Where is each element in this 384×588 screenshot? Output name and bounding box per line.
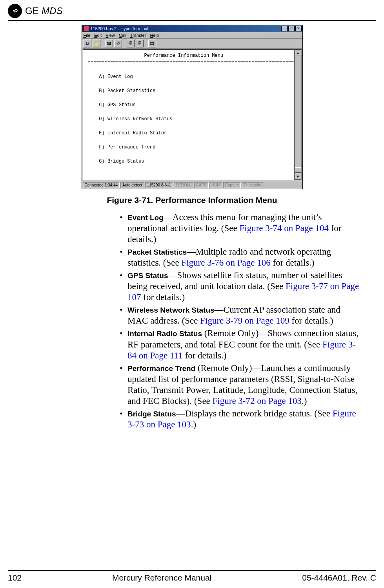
tb-open-icon[interactable]: 📂 [93,40,100,47]
menu-view[interactable]: View [106,33,115,38]
terminal-output: Performance Information Menu ===========… [83,49,295,180]
status-capture: Capture [223,182,241,188]
bullet-label: Performance Trend [127,364,195,373]
brand-mds: MDS [42,5,63,16]
brand-ge: GE [25,5,39,16]
menu-edit[interactable]: Edit [94,33,102,38]
term-title-line: Performance Information Menu [88,53,224,58]
maximize-button[interactable]: □ [288,26,295,31]
status-scroll: SCROLL [174,182,193,188]
list-item: Event Log—Access this menu for managing … [120,212,360,245]
bullet-pre: —Displays the network bridge status. (Se… [176,409,333,418]
bullet-label: Packet Statistics [127,248,187,256]
doc-title: Mercury Reference Manual [112,573,211,583]
status-connected: Connected 1:34:44 [83,182,120,188]
bullet-label: GPS Status [127,271,168,280]
bullet-label: Wireless Network Status [127,306,215,314]
figure-caption: Figure 3-71. Performance Information Men… [0,195,384,205]
status-printecho: Print echo [242,182,263,188]
status-num: NUM [209,182,222,188]
bullet-label: Internal Radio Status [127,329,202,338]
term-item-e: E) Internal Radio Status [99,130,167,136]
brand-text: GE MDS [25,5,63,16]
page-number: 102 [8,573,22,583]
status-detect: Auto detect [120,182,144,188]
xref-link[interactable]: Figure 3-72 on Page 103 [213,396,302,406]
term-item-f: F) Performance Trend [99,145,155,150]
statusbar: Connected 1:34:44 Auto detect 115200 8-N… [82,181,302,189]
menu-file[interactable]: File [84,33,91,38]
scroll-down-icon[interactable]: ▼ [295,174,301,180]
tb-disconnect-icon[interactable]: ✆ [114,40,122,47]
tb-receive-icon[interactable]: 🗐 [136,40,144,47]
bullet-list: Event Log—Access this menu for managing … [120,212,360,430]
list-item: Performance Trend (Remote Only)—Launches… [120,363,360,407]
close-button[interactable]: × [295,26,302,31]
page-header: ꩜ GE MDS [0,0,384,20]
menubar: File Edit View Call Transfer Help [82,32,302,39]
xref-link[interactable]: Figure 3-79 on Page 109 [200,316,289,326]
page-footer: 102 Mercury Reference Manual 05-4446A01,… [8,570,376,583]
scroll-up-icon[interactable]: ▲ [295,50,301,56]
tb-props-icon[interactable]: 🗔 [148,40,156,47]
tb-new-icon[interactable]: 🗋 [84,40,91,47]
term-item-c: C) GPS Status [99,102,136,108]
bullet-post: .) [191,420,196,429]
toolbar: 🗋 📂 ☎ ✆ 🗐 🗐 🗔 [82,39,302,49]
app-icon [84,26,89,31]
list-item: GPS Status—Shows satellite fix status, n… [120,270,360,303]
term-item-d: D) Wireless Network Status [99,116,172,122]
term-rule: ========================================… [88,60,295,65]
status-caps: CAPS [194,182,209,188]
bullet-post: for details.) [183,351,227,360]
term-item-g: G) Bridge Status [99,159,144,164]
tb-connect-icon[interactable]: ☎ [105,40,113,47]
term-item-a: A) Event Log [99,74,133,80]
menu-help[interactable]: Help [150,33,159,38]
bullet-post: for details.) [141,292,185,302]
menu-transfer[interactable]: Transfer [130,33,146,38]
minimize-button[interactable]: _ [281,26,288,31]
list-item: Internal Radio Status (Remote Only)—Show… [120,328,360,361]
xref-link[interactable]: Figure 3-74 on Page 104 [240,223,329,233]
window-titlebar: 115200 bps 2 - HyperTerminal _ □ × [82,25,302,32]
vertical-scrollbar[interactable]: ▲ ▼ [295,49,302,180]
bullet-post: for details.) [271,258,315,268]
footer-rule [8,570,376,571]
ge-logo-icon: ꩜ [8,4,22,18]
header-rule [8,20,376,21]
window-title: 115200 bps 2 - HyperTerminal [91,26,148,31]
bullet-post: for details.) [289,316,333,326]
bullet-label: Event Log [127,213,164,222]
bullet-label: Bridge Status [127,410,176,418]
term-item-b: B) Packet Statistics [99,88,155,94]
scroll-thumb[interactable] [295,167,301,173]
doc-revision: 05-4446A01, Rev. C [302,573,376,583]
hyperterminal-window: 115200 bps 2 - HyperTerminal _ □ × File … [82,25,303,189]
xref-link[interactable]: Figure 3-76 on Page 106 [181,258,270,268]
list-item: Bridge Status—Displays the network bridg… [120,408,360,430]
bullet-post: .) [302,396,307,406]
status-settings: 115200 8-N-1 [145,182,173,188]
tb-send-icon[interactable]: 🗐 [127,40,135,47]
list-item: Packet Statistics—Multiple radio and net… [120,246,360,268]
menu-call[interactable]: Call [119,33,126,38]
list-item: Wireless Network Status—Current AP assoc… [120,304,360,326]
